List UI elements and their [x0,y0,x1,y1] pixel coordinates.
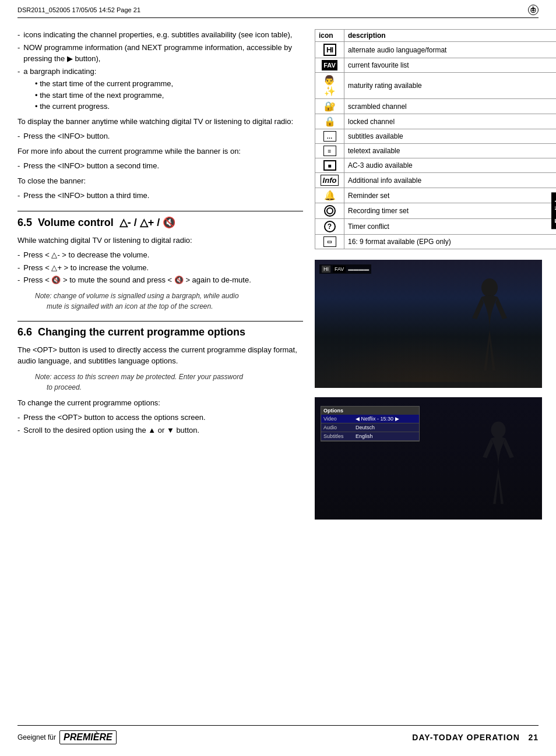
para-display-banner: To display the banner anytime while watc… [17,116,303,128]
table-row: 🔐 scrambled channel [315,99,557,114]
tv-scene: HI FAV ▬▬▬▬ [315,260,542,388]
info-icon: Info [321,175,339,186]
section-66-para1: The <OPT> button is used to directly acc… [17,344,303,367]
vol-decrease: - Press < △- > to decrease the volume. [17,249,303,261]
section-65-heading: 6.5 Volume control △- / △+ / 🔇 [17,211,303,229]
tv-screenshot-2: Options Video ◀ Netflix - 15:30 ▶ Audio … [315,397,542,520]
ac3-icon: ■ [323,160,336,171]
reminder-icon: 🔔 [323,190,336,201]
opt-scroll: - Scroll to the desired option using the… [17,425,303,436]
vol-mute: - Press < 🔇 > to mute the sound and pres… [17,274,303,286]
table-row: Info Additional info available [315,173,557,188]
para-close-banner: To close the banner: [17,175,303,187]
footer-right: DAY-TODAY OPERATION 21 [412,733,539,742]
options-menu: Options Video ◀ Netflix - 15:30 ▶ Audio … [321,406,420,441]
footer-left: Geeignet für PREMIÈRE [17,730,117,744]
options-title: Options [321,407,419,415]
opt-press: - Press the <OPT> button to access the o… [17,412,303,423]
premiere-logo: PREMIÈRE [59,730,117,744]
aspect-icon: ▭ [323,236,336,247]
table-row: ? Timer conflict [315,219,557,235]
subtitles-icon: … [323,131,336,142]
right-column: icon description HI alternate audio lang… [315,29,556,529]
hi-icon: HI [323,44,336,56]
intro-bullets: - icons indicating the channel propertie… [17,29,303,112]
section-66-note: Note: access to this screen may be prote… [35,372,303,393]
side-tab-english: English [551,192,556,229]
section-65-title: Volume control △- / △+ / 🔇 [38,216,175,229]
options-row-subtitles: Subtitles English [321,432,419,441]
lock-icon: 🔒 [323,116,336,127]
scene-glow [315,335,542,382]
banner-text: HI [322,266,330,273]
section-65-note: Note: change of volume is signalled usin… [35,291,303,312]
fav-icon: FAV [322,60,337,70]
table-row: ■ AC-3 audio available [315,158,557,173]
left-column: - icons indicating the channel propertie… [17,29,303,437]
svg-point-1 [491,422,505,439]
table-row: 🔒 locked channel [315,114,557,129]
teletext-icon: ≡ [323,146,336,156]
table-row: ▭ 16: 9 format available (EPG only) [315,235,557,249]
bullet-3: - a bargraph indicating: [17,66,303,77]
table-row: HI alternate audio language/format [315,42,557,58]
page-footer: Geeignet für PREMIÈRE DAY-TODAY OPERATIO… [17,725,539,744]
dash-info-2: - Press the <INFO> button a second time. [17,160,303,172]
crosshair-icon: ⊕ [528,5,539,15]
table-row: Recording timer set [315,203,557,219]
section-66-number: 6.6 [17,326,32,338]
bullet-2: - NOW programme information (and NEXT pr… [17,42,303,65]
para-more-info: For more info about the current programm… [17,146,303,157]
vol-increase: - Press < △+ > to increase the volume. [17,262,303,274]
table-row: 👨 ✨ maturity rating available [315,73,557,99]
dash-info-1: - Press the <INFO> button. [17,130,303,142]
geeignet-fur-text: Geeignet für [17,733,56,741]
table-row: FAV current favourite list [315,58,557,73]
options-row-video: Video ◀ Netflix - 15:30 ▶ [321,415,419,423]
icon-table: icon description HI alternate audio lang… [315,29,556,249]
banner-sep: ▬▬▬▬ [348,266,369,272]
day-today-label: DAY-TODAY OPERATION [412,733,519,742]
silhouette-figure-2 [472,421,525,520]
maturity-icon: 👨 ✨ [319,75,340,97]
section-66-para2: To change the current programme options: [17,397,303,409]
section-66-heading: 6.6 Changing the current programme optio… [17,321,303,338]
section-66-title: Changing the current programme options [38,326,245,338]
table-row: 🔔 Reminder set [315,188,557,203]
section-65-para1: While watching digital TV or listening t… [17,235,303,246]
tv-banner: HI FAV ▬▬▬▬ [319,264,371,274]
col-icon: icon [315,30,344,42]
page-number: 21 [528,733,539,742]
sub-bullets: • the start time of the current programm… [17,78,303,112]
section-65-number: 6.5 [17,217,32,229]
scrambled-icon: 🔐 [323,101,336,112]
page-header: DSR2011_052005 17/05/05 14:52 Page 21 ⊕ [17,5,539,18]
banner-text2: FAV [333,266,346,273]
bullet-1: - icons indicating the channel propertie… [17,29,303,41]
table-row: … subtitles available [315,129,557,144]
options-row-audio: Audio Deutsch [321,423,419,432]
recording-icon [323,205,336,217]
header-text: DSR2011_052005 17/05/05 14:52 Page 21 [17,6,528,13]
tv-screenshot-1: HI FAV ▬▬▬▬ [315,260,542,388]
tv-options-scene: Options Video ◀ Netflix - 15:30 ▶ Audio … [315,397,542,520]
col-description: description [344,30,557,42]
timer-conflict-icon: ? [323,221,336,232]
table-row: ≡ teletext available [315,144,557,158]
svg-point-0 [481,278,498,297]
dash-info-3: - Press the <INFO> button a third time. [17,190,303,202]
